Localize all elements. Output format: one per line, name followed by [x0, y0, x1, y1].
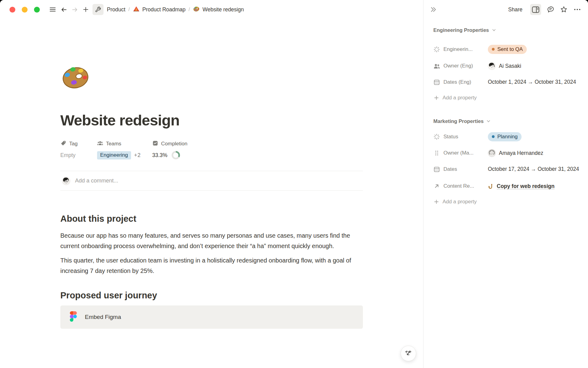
property-value[interactable]: October 1, 2024 → October 31, 2024 — [488, 78, 576, 86]
teams-property-label[interactable]: Teams — [97, 140, 152, 148]
breadcrumb-item-product[interactable]: Product — [105, 5, 127, 14]
window-controls — [9, 7, 40, 13]
app-window: Product / Product Roadmap / Website rede… — [0, 0, 588, 368]
breadcrumb-item-website-redesign[interactable]: Website redesign — [191, 4, 246, 15]
property-label[interactable]: Status — [433, 132, 488, 141]
add-property-button[interactable]: Add a property — [433, 94, 579, 102]
teams-extra-count[interactable]: +2 — [134, 152, 141, 159]
team-chip-engineering[interactable]: Engineering — [97, 151, 131, 159]
property-row-mkt-owner: Owner (Ma... Amaya Hernandez — [433, 148, 579, 158]
property-label[interactable]: Content Re... — [433, 182, 488, 191]
section-title-text: Engineering Properties — [433, 26, 489, 34]
person-name: Amaya Hernandez — [499, 149, 543, 158]
breadcrumb-separator: / — [188, 7, 191, 12]
property-label[interactable]: Dates — [433, 165, 488, 174]
embed-figma-block[interactable]: Embed Figma — [60, 305, 363, 329]
tag-property-label[interactable]: Tag — [60, 140, 97, 148]
properties-sidebar: Share Engineering Properties — [423, 0, 588, 368]
status-badge-sent-to-qa[interactable]: Sent to QA — [488, 45, 527, 54]
badge-text: Sent to QA — [497, 45, 523, 54]
hook-icon — [488, 183, 494, 189]
breadcrumb-label: Product — [107, 6, 125, 13]
status-badge-planning[interactable]: Planning — [488, 132, 522, 141]
calendar-icon — [433, 166, 440, 173]
date-range-text: October 1, 2024 → October 31, 2024 — [488, 78, 576, 86]
new-page-plus-icon[interactable] — [80, 4, 91, 15]
content-ref-link[interactable]: Copy for web redesign — [488, 182, 555, 191]
property-value[interactable]: October 17, 2024 → October 31, 2024 — [488, 165, 579, 174]
property-label[interactable]: Dates (Eng) — [433, 78, 488, 87]
date-range-text: October 17, 2024 → October 31, 2024 — [488, 165, 579, 174]
add-property-label: Add a property — [443, 95, 477, 101]
property-row-mkt-status: Status Planning — [433, 132, 579, 141]
collapse-sidebar-icon[interactable] — [430, 6, 437, 13]
ai-sasaki-avatar — [488, 62, 496, 70]
more-options-icon[interactable] — [573, 6, 581, 13]
star-icon[interactable] — [560, 6, 567, 13]
property-row-eng-owner: Owner (Eng) Ai Sasaki — [433, 61, 579, 71]
badge-dot — [492, 48, 495, 51]
status-spinner-icon — [433, 134, 440, 140]
palette-icon — [193, 6, 200, 14]
tag-value[interactable]: Empty — [60, 151, 97, 160]
embed-figma-label: Embed Figma — [85, 314, 121, 320]
tent-icon — [133, 6, 140, 14]
property-label[interactable]: Engineerin... — [433, 45, 488, 54]
badge-text: Planning — [497, 132, 518, 141]
amaya-hernandez-avatar — [488, 149, 496, 157]
completion-value[interactable]: 33.3% — [152, 151, 187, 160]
minimize-window-button[interactable] — [22, 7, 28, 13]
property-tag: Tag Empty — [60, 140, 97, 160]
plus-icon — [433, 95, 439, 101]
property-value[interactable]: Ai Sasaki — [488, 61, 521, 71]
section-heading-journey: Proposed user journey — [60, 289, 363, 301]
forward-arrow-icon[interactable] — [69, 4, 80, 15]
comment-input[interactable]: Add a comment... — [75, 178, 118, 184]
property-label[interactable]: Owner (Ma... — [433, 148, 488, 158]
wrench-icon[interactable] — [92, 4, 104, 15]
breadcrumb-label: Product Roadmap — [142, 6, 186, 13]
property-label-text: Owner (Ma... — [443, 150, 473, 156]
teams-value: Engineering +2 — [97, 151, 152, 160]
current-user-avatar — [62, 177, 70, 185]
hamburger-menu-icon[interactable] — [47, 4, 58, 15]
main-topbar: Product / Product Roadmap / Website rede… — [0, 0, 423, 19]
inline-properties: Tag Empty Teams Engineering +2 — [60, 140, 363, 160]
person-ai-sasaki: Ai Sasaki — [488, 61, 521, 71]
property-label-text: Dates (Eng) — [443, 79, 471, 85]
close-window-button[interactable] — [9, 7, 15, 13]
page-palette-icon[interactable] — [60, 62, 90, 92]
engineering-properties-header[interactable]: Engineering Properties — [433, 26, 579, 34]
completion-property-label[interactable]: Completion — [152, 140, 187, 148]
zoom-window-button[interactable] — [34, 7, 40, 13]
about-paragraph-1: Because our app has so many features, an… — [60, 231, 363, 251]
content-ref-link-text: Copy for web redesign — [497, 182, 555, 191]
property-label-text: Status — [443, 134, 458, 140]
property-value[interactable]: Amaya Hernandez — [488, 148, 543, 158]
ai-face-icon — [404, 349, 413, 358]
breadcrumb-separator: / — [127, 7, 130, 12]
open-panel-icon[interactable] — [530, 4, 541, 15]
completion-label-text: Completion — [161, 141, 187, 147]
property-label-text: Dates — [443, 166, 457, 172]
comments-icon[interactable] — [547, 6, 554, 13]
property-label[interactable]: Owner (Eng) — [433, 61, 488, 71]
back-arrow-icon[interactable] — [58, 4, 69, 15]
marketing-properties-header[interactable]: Marketing Properties — [433, 117, 579, 125]
property-label-text: Owner (Eng) — [443, 63, 473, 69]
sidebar-body: Engineering Properties Engineerin... Sen… — [424, 19, 588, 206]
notion-ai-button[interactable] — [401, 346, 416, 361]
property-value: Planning — [488, 132, 522, 141]
plus-icon — [433, 199, 439, 205]
breadcrumb-label: Website redesign — [202, 6, 244, 13]
main-column: Product / Product Roadmap / Website rede… — [0, 0, 423, 368]
person-amaya-hernandez: Amaya Hernandez — [488, 148, 543, 158]
tag-icon — [60, 140, 66, 148]
property-value: Copy for web redesign — [488, 182, 555, 191]
property-completion: Completion 33.3% — [152, 140, 187, 160]
teams-icon — [97, 140, 103, 148]
breadcrumb-item-product-roadmap[interactable]: Product Roadmap — [131, 4, 188, 15]
section-heading-about: About this project — [60, 213, 363, 224]
share-button[interactable]: Share — [506, 5, 524, 14]
add-property-button[interactable]: Add a property — [433, 197, 579, 206]
